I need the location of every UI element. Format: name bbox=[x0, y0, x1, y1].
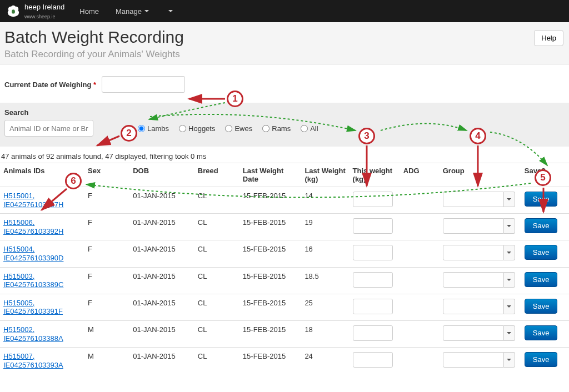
animal-id-link[interactable]: H515006, bbox=[3, 218, 81, 227]
cell-adg bbox=[400, 294, 440, 320]
cell-adg bbox=[400, 187, 440, 214]
filter-ewes[interactable]: Ewes bbox=[225, 124, 252, 133]
group-select[interactable] bbox=[443, 192, 504, 207]
this-weight-input[interactable] bbox=[353, 299, 393, 314]
save-button[interactable]: Save bbox=[525, 352, 558, 367]
animal-tag-link[interactable]: IE042576103391F bbox=[3, 307, 81, 316]
group-dropdown-toggle[interactable] bbox=[504, 218, 515, 234]
this-weight-input[interactable] bbox=[353, 352, 393, 368]
caret-down-icon bbox=[507, 332, 511, 334]
cell-last-weight-date: 15-FEB-2015 bbox=[239, 294, 302, 320]
col-adg[interactable]: ADG bbox=[400, 163, 440, 187]
filter-rams[interactable]: Rams bbox=[262, 124, 291, 133]
cell-sex: F bbox=[84, 240, 129, 267]
save-button[interactable]: Save bbox=[525, 192, 558, 207]
group-dropdown-toggle[interactable] bbox=[504, 245, 515, 260]
required-marker: * bbox=[93, 81, 96, 89]
filter-ewes-radio[interactable] bbox=[225, 125, 232, 132]
group-dropdown-toggle[interactable] bbox=[504, 272, 515, 288]
group-select[interactable] bbox=[443, 352, 504, 368]
filter-hoggets[interactable]: Hoggets bbox=[179, 124, 215, 133]
this-weight-input[interactable] bbox=[353, 192, 393, 207]
animal-tag-link[interactable]: IE042576103388A bbox=[3, 334, 81, 343]
animal-tag-link[interactable]: IE042576103389C bbox=[3, 280, 81, 289]
animal-id-link[interactable]: H515002, bbox=[3, 325, 81, 334]
this-weight-input[interactable] bbox=[353, 325, 393, 341]
filter-lambs-radio[interactable] bbox=[138, 125, 145, 132]
date-label: Current Date of Weighing * bbox=[4, 81, 96, 89]
group-select[interactable] bbox=[443, 299, 504, 314]
this-weight-input[interactable] bbox=[353, 245, 393, 260]
col-lwd[interactable]: Last Weight Date bbox=[239, 163, 302, 187]
animal-id-link[interactable]: H515003, bbox=[3, 272, 81, 281]
cell-adg bbox=[400, 214, 440, 240]
animal-id-link[interactable]: H515001, bbox=[3, 192, 81, 200]
col-dob[interactable]: DOB bbox=[129, 163, 194, 187]
group-dropdown-toggle[interactable] bbox=[504, 352, 515, 368]
cell-last-weight: 19 bbox=[301, 214, 349, 240]
group-dropdown-toggle[interactable] bbox=[504, 192, 515, 207]
animal-tag-link[interactable]: IE042576103393A bbox=[3, 361, 81, 370]
nav-blank-dropdown[interactable] bbox=[157, 0, 181, 22]
navbar: heep Ireland www.sheep.ie Home Manage bbox=[0, 0, 569, 22]
this-weight-input[interactable] bbox=[353, 272, 393, 288]
nav-manage[interactable]: Manage bbox=[107, 0, 157, 22]
caret-down-icon bbox=[507, 225, 511, 227]
cell-dob: 01-JAN-2015 bbox=[129, 187, 194, 214]
animal-tag-link[interactable]: IE042576103392H bbox=[3, 227, 81, 236]
cell-sex: F bbox=[84, 214, 129, 240]
date-input[interactable] bbox=[102, 76, 185, 93]
filter-lambs[interactable]: Lambs bbox=[138, 124, 169, 133]
col-ids[interactable]: Animals IDs bbox=[0, 163, 84, 187]
animals-table: Animals IDs Sex DOB Breed Last Weight Da… bbox=[0, 163, 569, 374]
date-label-text: Current Date of Weighing bbox=[4, 81, 91, 89]
col-breed[interactable]: Breed bbox=[194, 163, 239, 187]
filter-hoggets-label: Hoggets bbox=[188, 124, 215, 133]
save-button[interactable]: Save bbox=[525, 299, 558, 314]
group-dropdown-toggle[interactable] bbox=[504, 299, 515, 314]
group-select[interactable] bbox=[443, 325, 504, 341]
filter-all[interactable]: All bbox=[301, 124, 318, 133]
svg-point-4 bbox=[12, 9, 15, 13]
animal-tag-link[interactable]: IE042576103390D bbox=[3, 254, 81, 263]
search-input[interactable] bbox=[4, 120, 93, 137]
filter-rams-radio[interactable] bbox=[262, 125, 269, 132]
col-lwkg[interactable]: Last Weight (kg) bbox=[301, 163, 349, 187]
col-twkg[interactable]: This weight (kg) bbox=[350, 163, 400, 187]
group-dropdown-toggle[interactable] bbox=[504, 325, 515, 341]
nav-home[interactable]: Home bbox=[71, 0, 107, 22]
date-row: Current Date of Weighing * bbox=[0, 71, 569, 103]
cell-last-weight: 18 bbox=[301, 320, 349, 347]
animal-id-link[interactable]: H515004, bbox=[3, 245, 81, 254]
save-button[interactable]: Save bbox=[525, 272, 558, 287]
filter-all-radio[interactable] bbox=[301, 125, 308, 132]
group-select[interactable] bbox=[443, 272, 504, 288]
group-select[interactable] bbox=[443, 218, 504, 234]
cell-dob: 01-JAN-2015 bbox=[129, 214, 194, 240]
table-row: H515007,IE042576103393AM01-JAN-2015CL15-… bbox=[0, 348, 569, 374]
animal-tag-link[interactable]: IE042576103387H bbox=[3, 200, 81, 209]
animal-id-link[interactable]: H515005, bbox=[3, 299, 81, 308]
group-select[interactable] bbox=[443, 245, 504, 260]
save-button[interactable]: Save bbox=[525, 325, 558, 340]
cell-dob: 01-JAN-2015 bbox=[129, 294, 194, 320]
cell-adg bbox=[400, 267, 440, 294]
cell-last-weight-date: 15-FEB-2015 bbox=[239, 240, 302, 267]
save-button[interactable]: Save bbox=[525, 218, 558, 233]
cell-sex: M bbox=[84, 348, 129, 374]
save-button[interactable]: Save bbox=[525, 245, 558, 260]
filter-hoggets-radio[interactable] bbox=[179, 125, 186, 132]
content: Current Date of Weighing * Search Lambs … bbox=[0, 65, 569, 374]
brand[interactable]: heep Ireland www.sheep.ie bbox=[6, 0, 71, 22]
col-sex[interactable]: Sex bbox=[84, 163, 129, 187]
cell-dob: 01-JAN-2015 bbox=[129, 267, 194, 294]
animal-id-link[interactable]: H515007, bbox=[3, 352, 81, 361]
cell-last-weight: 16 bbox=[301, 240, 349, 267]
help-button[interactable]: Help bbox=[534, 30, 563, 46]
page-subtitle: Batch Recording of your Animals' Weights bbox=[4, 49, 565, 60]
col-save[interactable]: Save? bbox=[521, 163, 569, 187]
table-row: H515002,IE042576103388AM01-JAN-2015CL15-… bbox=[0, 320, 569, 347]
nav-home-label: Home bbox=[79, 7, 99, 16]
this-weight-input[interactable] bbox=[353, 218, 393, 234]
col-group[interactable]: Group bbox=[440, 163, 521, 187]
